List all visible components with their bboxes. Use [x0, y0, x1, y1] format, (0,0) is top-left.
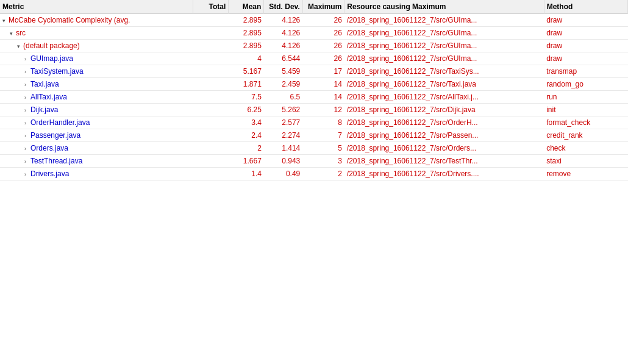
- mean-cell: 2.895: [229, 27, 264, 40]
- total-cell: [193, 129, 229, 142]
- mean-cell: 1.667: [229, 155, 264, 168]
- maximum-cell: 14: [302, 91, 344, 104]
- metric-cell: › AllTaxi.java: [0, 91, 193, 104]
- stddev-cell: 0.49: [264, 168, 302, 180]
- total-cell: [193, 168, 229, 180]
- table-row: › Drivers.java1.40.492/2018_spring_16061…: [0, 168, 628, 180]
- header-mean: Mean: [229, 0, 264, 14]
- maximum-cell: 7: [302, 129, 344, 142]
- mean-cell: 6.25: [229, 104, 264, 116]
- total-cell: [193, 14, 229, 27]
- method-cell: transmap: [544, 65, 627, 78]
- header-metric: Metric: [0, 0, 193, 14]
- stddev-cell: 5.459: [264, 65, 302, 78]
- metric-cell: ▾ (default package): [0, 40, 193, 52]
- expand-icon[interactable]: ›: [24, 133, 30, 139]
- method-cell: staxi: [544, 155, 627, 168]
- method-cell: remove: [544, 168, 627, 180]
- mean-cell: 7.5: [229, 91, 264, 104]
- metric-label: (default package): [23, 41, 80, 50]
- total-cell: [193, 91, 229, 104]
- table-row: › TaxiSystem.java5.1675.45917/2018_sprin…: [0, 65, 628, 78]
- stddev-cell: 6.544: [264, 52, 302, 65]
- table-row: › TestThread.java1.6670.9433/2018_spring…: [0, 155, 628, 168]
- metric-label: Drivers.java: [30, 170, 69, 178]
- metrics-table-container[interactable]: Metric Total Mean Std. Dev. Maximum Reso…: [0, 0, 628, 364]
- maximum-cell: 26: [302, 40, 344, 52]
- table-row: › Orders.java21.4145/2018_spring_1606112…: [0, 142, 628, 155]
- stddev-cell: 4.126: [264, 40, 302, 52]
- mean-cell: 4: [229, 52, 264, 65]
- method-cell: run: [544, 91, 627, 104]
- mean-cell: 2.895: [229, 14, 264, 27]
- stddev-cell: 2.459: [264, 78, 302, 91]
- method-cell: credit_rank: [544, 129, 627, 142]
- total-cell: [193, 52, 229, 65]
- metric-cell: › Dijk.java: [0, 104, 193, 116]
- metric-cell: › Drivers.java: [0, 168, 193, 180]
- header-total: Total: [193, 0, 229, 14]
- mean-cell: 1.871: [229, 78, 264, 91]
- stddev-cell: 6.5: [264, 91, 302, 104]
- maximum-cell: 5: [302, 142, 344, 155]
- resource-cell: /2018_spring_16061122_7/src/Drivers....: [344, 168, 544, 180]
- expand-icon[interactable]: ›: [24, 120, 30, 126]
- expand-icon[interactable]: ›: [24, 69, 30, 75]
- header-stddev: Std. Dev.: [264, 0, 302, 14]
- table-row: › Taxi.java1.8712.45914/2018_spring_1606…: [0, 78, 628, 91]
- metric-cell: ▾ McCabe Cyclomatic Complexity (avg.: [0, 14, 193, 27]
- stddev-cell: 4.126: [264, 27, 302, 40]
- resource-cell: /2018_spring_16061122_7/src/OrderH...: [344, 116, 544, 129]
- resource-cell: /2018_spring_16061122_7/src/Passen...: [344, 129, 544, 142]
- mean-cell: 5.167: [229, 65, 264, 78]
- table-row: ▾ src2.8954.12626/2018_spring_16061122_7…: [0, 27, 628, 40]
- method-cell: draw: [544, 27, 627, 40]
- expand-icon[interactable]: ›: [24, 107, 30, 113]
- maximum-cell: 26: [302, 27, 344, 40]
- table-row: ▾ (default package)2.8954.12626/2018_spr…: [0, 40, 628, 52]
- metric-cell: ▾ src: [0, 27, 193, 40]
- expand-icon[interactable]: ▾: [17, 43, 23, 49]
- resource-cell: /2018_spring_16061122_7/src/GUIma...: [344, 52, 544, 65]
- expand-icon[interactable]: ›: [24, 171, 30, 177]
- resource-cell: /2018_spring_16061122_7/src/Dijk.java: [344, 104, 544, 116]
- method-cell: draw: [544, 40, 627, 52]
- table-row: › Dijk.java6.255.26212/2018_spring_16061…: [0, 104, 628, 116]
- expand-icon[interactable]: ▾: [10, 30, 16, 37]
- mean-cell: 1.4: [229, 168, 264, 180]
- header-method: Method: [544, 0, 627, 14]
- stddev-cell: 4.126: [264, 14, 302, 27]
- metric-cell: › TestThread.java: [0, 155, 193, 168]
- total-cell: [193, 78, 229, 91]
- resource-cell: /2018_spring_16061122_7/src/TestThr...: [344, 155, 544, 168]
- mean-cell: 2.4: [229, 129, 264, 142]
- table-row: › OrderHandler.java3.42.5778/2018_spring…: [0, 116, 628, 129]
- resource-cell: /2018_spring_16061122_7/src/GUIma...: [344, 14, 544, 27]
- metric-label: AllTaxi.java: [30, 93, 67, 101]
- metric-label: TaxiSystem.java: [30, 67, 84, 76]
- expand-icon[interactable]: ›: [24, 159, 30, 165]
- expand-icon[interactable]: ›: [24, 56, 30, 62]
- expand-icon[interactable]: ›: [24, 95, 30, 101]
- stddev-cell: 1.414: [264, 142, 302, 155]
- stddev-cell: 2.274: [264, 129, 302, 142]
- metric-label: OrderHandler.java: [30, 118, 90, 127]
- metric-label: src: [16, 29, 26, 37]
- metric-label: TestThread.java: [30, 157, 82, 165]
- stddev-cell: 2.577: [264, 116, 302, 129]
- method-cell: random_go: [544, 78, 627, 91]
- metric-label: Dijk.java: [30, 105, 58, 114]
- metric-cell: › GUImap.java: [0, 52, 193, 65]
- resource-cell: /2018_spring_16061122_7/src/GUIma...: [344, 40, 544, 52]
- metric-cell: › TaxiSystem.java: [0, 65, 193, 78]
- expand-icon[interactable]: ›: [24, 82, 30, 88]
- metric-label: Taxi.java: [30, 80, 59, 88]
- metric-cell: › Taxi.java: [0, 78, 193, 91]
- expand-icon[interactable]: ›: [24, 146, 30, 152]
- mean-cell: 2.895: [229, 40, 264, 52]
- maximum-cell: 26: [302, 14, 344, 27]
- expand-icon[interactable]: ▾: [2, 18, 9, 24]
- total-cell: [193, 116, 229, 129]
- resource-cell: /2018_spring_16061122_7/src/AllTaxi.j...: [344, 91, 544, 104]
- table-row: › AllTaxi.java7.56.514/2018_spring_16061…: [0, 91, 628, 104]
